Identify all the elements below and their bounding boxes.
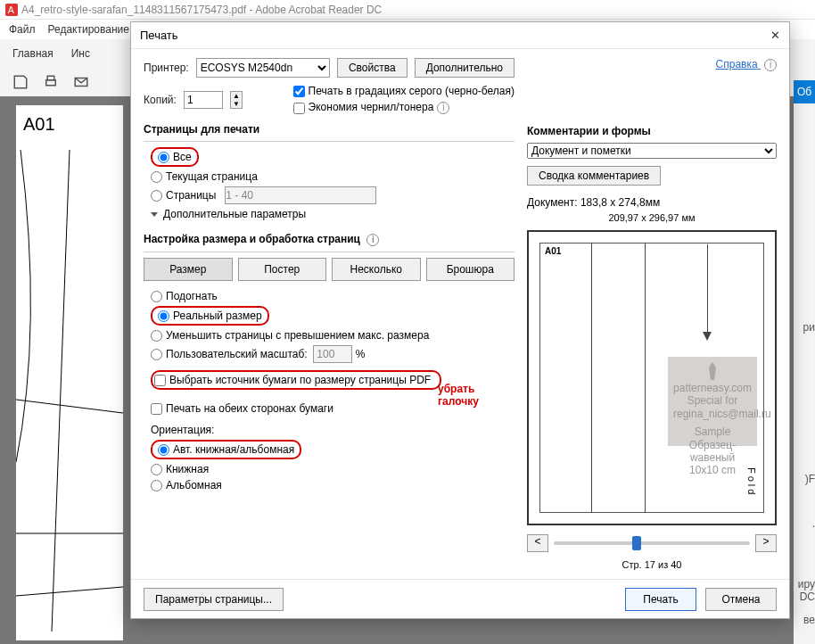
- properties-button[interactable]: Свойства: [337, 58, 408, 78]
- right-panel: [794, 48, 815, 644]
- pages-section-label: Страницы для печати: [144, 123, 515, 136]
- bg-frag: иру: [798, 578, 815, 590]
- next-page-button[interactable]: >: [755, 534, 777, 552]
- annotation-text: убратьгалочку: [438, 383, 479, 408]
- page-label: A01: [23, 114, 116, 135]
- radio-pages[interactable]: [151, 190, 162, 202]
- tab-tools[interactable]: Инс: [71, 47, 90, 60]
- highlight-orient-auto: Авт. книжная/альбомная: [151, 440, 301, 459]
- menu-edit[interactable]: Редактирование: [48, 23, 129, 36]
- tab-poster[interactable]: Постер: [238, 258, 327, 281]
- help-link[interactable]: Справка i: [716, 58, 777, 71]
- info-icon[interactable]: i: [437, 102, 449, 114]
- paper-source-checkbox[interactable]: [154, 375, 166, 386]
- save-icon[interactable]: [12, 74, 29, 90]
- copies-label: Копий:: [144, 94, 177, 106]
- radio-custom-scale[interactable]: [151, 349, 162, 360]
- ink-economy-checkbox[interactable]: Экономия чернил/тонераi: [293, 101, 515, 114]
- radio-all[interactable]: [158, 152, 169, 163]
- scale-input[interactable]: [313, 345, 352, 363]
- watermark: patterneasy.com Special for regina_nics@…: [668, 357, 757, 446]
- print-preview: A01 patterneasy.com Special for regina_n…: [527, 230, 777, 525]
- info-icon[interactable]: i: [366, 234, 379, 246]
- copies-input[interactable]: [184, 91, 223, 109]
- arrow-down-icon: [703, 332, 712, 341]
- tab-home[interactable]: Главная: [12, 47, 54, 60]
- radio-current[interactable]: [151, 171, 162, 183]
- comments-section-label: Комментарии и формы: [527, 125, 777, 137]
- right-blue-button[interactable]: Об: [794, 80, 815, 103]
- printer-select[interactable]: ECOSYS M2540dn: [196, 58, 330, 78]
- highlight-paper-source: Выбрать источник бумаги по размеру стран…: [151, 370, 441, 390]
- doc-size-text: Документ: 183,8 x 274,8мм: [527, 196, 777, 209]
- bg-frag: DC: [800, 590, 815, 603]
- printer-label: Принтер:: [144, 62, 189, 74]
- page-indicator: Стр. 17 из 40: [527, 559, 777, 570]
- radio-shrink[interactable]: [151, 330, 162, 342]
- highlight-all: Все: [151, 147, 199, 167]
- bg-frag: .: [812, 517, 815, 530]
- fold-text: Fold: [746, 467, 757, 497]
- svg-text:A: A: [8, 4, 14, 14]
- bg-frag: ри: [803, 321, 815, 334]
- dialog-title: Печать: [140, 29, 178, 42]
- svg-rect-3: [47, 76, 54, 80]
- info-icon: i: [764, 59, 777, 71]
- app-title: A4_retro-style-sarafan_1148311567175473.…: [21, 4, 382, 16]
- chevron-down-icon[interactable]: [151, 212, 158, 217]
- pattern-lines-icon: [16, 150, 123, 632]
- dialog-footer: Параметры страницы... Печать Отмена: [131, 579, 789, 618]
- pages-range-input[interactable]: [225, 186, 376, 204]
- tab-size[interactable]: Размер: [144, 258, 233, 281]
- print-dialog: Печать ✕ Принтер: ECOSYS M2540dn Свойств…: [130, 21, 790, 619]
- dress-icon: [704, 362, 721, 380]
- duplex-checkbox[interactable]: [151, 403, 162, 415]
- advanced-button[interactable]: Дополнительно: [415, 58, 515, 78]
- summary-button[interactable]: Сводка комментариев: [527, 166, 661, 186]
- page-setup-button[interactable]: Параметры страницы...: [144, 588, 284, 611]
- bg-frag: ве: [803, 614, 815, 626]
- radio-actual-size[interactable]: [158, 310, 169, 322]
- sizing-section-label: Настройка размера и обработка страниц i: [144, 233, 515, 246]
- cancel-button[interactable]: Отмена: [705, 588, 777, 611]
- print-icon[interactable]: [43, 74, 59, 90]
- radio-orient-landscape[interactable]: [151, 480, 162, 491]
- comments-select[interactable]: Документ и пометки: [527, 143, 777, 159]
- highlight-actual: Реальный размер: [151, 306, 269, 326]
- copies-spinner[interactable]: ▲▼: [230, 91, 243, 109]
- dialog-titlebar: Печать ✕: [131, 22, 789, 49]
- bg-frag: )F: [805, 473, 815, 485]
- app-titlebar: A A4_retro-style-sarafan_114831156717547…: [0, 0, 815, 20]
- pdf-icon: A: [5, 4, 18, 16]
- tab-multiple[interactable]: Несколько: [332, 258, 421, 281]
- radio-orient-portrait[interactable]: [151, 464, 162, 475]
- close-icon[interactable]: ✕: [770, 29, 780, 42]
- more-params-toggle[interactable]: Дополнительные параметры: [163, 208, 306, 220]
- orientation-label: Ориентация:: [151, 424, 515, 436]
- pdf-page: A01: [16, 105, 123, 640]
- grayscale-checkbox[interactable]: Печать в градациях серого (черно-белая): [293, 85, 515, 97]
- preview-page-label: A01: [545, 246, 561, 256]
- svg-rect-2: [46, 80, 56, 86]
- menu-file[interactable]: Файл: [9, 23, 36, 36]
- prev-page-button[interactable]: <: [527, 534, 548, 552]
- radio-fit[interactable]: [151, 291, 162, 302]
- page-slider[interactable]: [554, 541, 750, 545]
- mail-icon[interactable]: [73, 74, 89, 90]
- print-button[interactable]: Печать: [625, 588, 696, 611]
- tab-booklet[interactable]: Брошюра: [426, 258, 515, 281]
- paper-size-text: 209,97 x 296,97 мм: [527, 212, 777, 223]
- radio-orient-auto[interactable]: [158, 444, 169, 456]
